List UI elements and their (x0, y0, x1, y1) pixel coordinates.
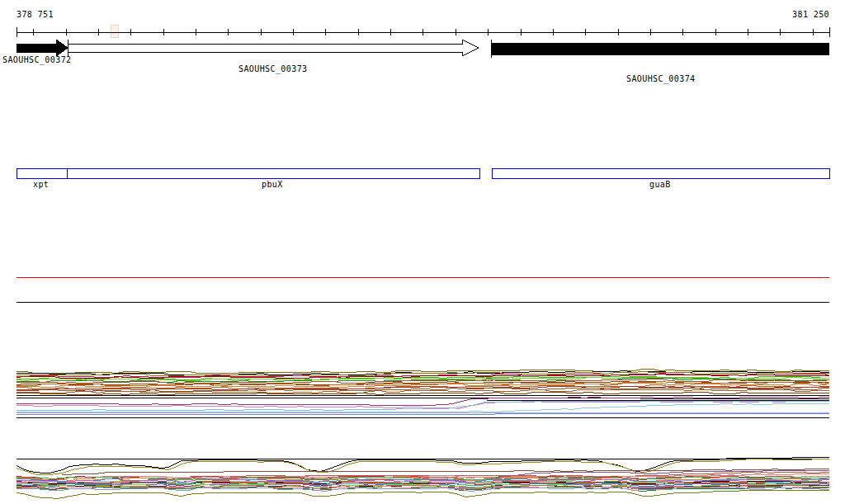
gene-feature-arrow[interactable] (17, 40, 68, 56)
ruler-track[interactable] (17, 25, 829, 37)
gene-label-saouhsc-00373: SAOUHSC_00373 (238, 65, 307, 73)
gene-feature-arrow[interactable] (68, 40, 479, 56)
coverage-line (17, 458, 829, 473)
coverage-line (17, 414, 829, 415)
browser-canvas (0, 0, 845, 504)
annotation-label-xpt: xpt (33, 181, 49, 189)
coverage-line (17, 393, 829, 395)
annotation-track (17, 168, 829, 178)
coverage-line (17, 491, 829, 499)
gene-feature-bar[interactable] (491, 43, 829, 55)
coverage-plots (17, 370, 829, 499)
gene-feature-track (17, 40, 829, 58)
gene-label-saouhsc-00374: SAOUHSC_00374 (626, 75, 695, 83)
annotation-box[interactable] (17, 168, 67, 178)
gene-label-saouhsc-00372: SAOUHSC_00372 (2, 56, 71, 64)
annotation-label-guab: guaB (649, 181, 671, 189)
ruler-cursor-highlight (111, 25, 118, 37)
ruler-end-coordinate: 381 250 (792, 11, 829, 19)
genome-browser-view: 378 751 381 250 SAOUHSC_00372 SAOUHSC_00… (0, 0, 845, 504)
annotation-box[interactable] (67, 168, 479, 178)
annotation-box[interactable] (492, 168, 829, 178)
ruler-start-coordinate: 378 751 (17, 11, 54, 19)
annotation-label-pbux: pbuX (262, 181, 283, 189)
